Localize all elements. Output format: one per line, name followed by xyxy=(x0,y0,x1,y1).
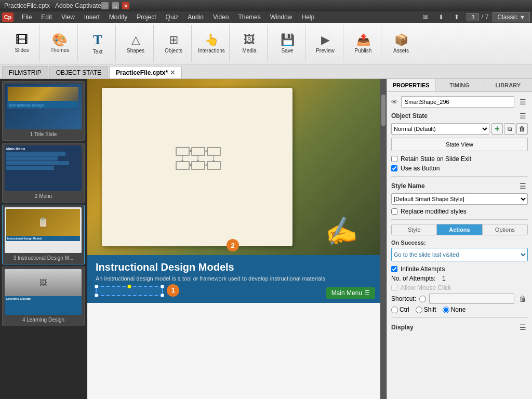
eye-icon[interactable]: 👁 xyxy=(391,98,398,106)
filmstrip-panel: Instructional Design 1 Title Slide Main … xyxy=(0,79,87,399)
style-tab-style[interactable]: Style xyxy=(392,224,437,235)
canvas-scrollbar-vertical[interactable] xyxy=(380,79,387,399)
properties-panel: PROPERTIES TIMING LIBRARY 👁 ☰ Object Sta… xyxy=(387,79,532,399)
save-button[interactable]: 💾 Save xyxy=(274,30,301,57)
menu-modify[interactable]: Modify xyxy=(105,12,131,22)
style-tab-actions[interactable]: Actions xyxy=(437,224,482,235)
svg-rect-5 xyxy=(207,162,220,169)
selected-object[interactable] xyxy=(96,286,163,296)
publish-button[interactable]: 📤 Publish xyxy=(350,30,377,57)
slide-subtitle: An instructional design model is a tool … xyxy=(96,275,372,282)
state-dropdown[interactable]: Normal (Default) xyxy=(391,123,489,135)
menu-file[interactable]: File xyxy=(18,12,36,22)
style-tab-options[interactable]: Options xyxy=(483,224,527,235)
media-button[interactable]: 🖼 Media xyxy=(236,30,263,57)
shortcut-radio[interactable] xyxy=(419,296,426,302)
toolbar-group-preview: ▶ Preview xyxy=(308,25,343,62)
mode-dropdown[interactable]: Classic ▼ xyxy=(493,12,530,22)
menu-icon-up[interactable]: ⬆ xyxy=(451,12,462,22)
app-logo: Cp xyxy=(2,12,14,22)
assets-button[interactable]: 📦 Assets xyxy=(388,30,415,57)
menu-icon-email[interactable]: ✉ xyxy=(420,12,431,22)
panel-tab-properties[interactable]: PROPERTIES xyxy=(387,79,435,91)
minimize-button[interactable]: ─ xyxy=(101,2,109,9)
filmstrip-slide-3[interactable]: 📋 Instructional Design Models 3 Instruct… xyxy=(2,205,85,264)
slide-flowchart-icon xyxy=(171,143,223,191)
duplicate-state-button[interactable]: ⧉ xyxy=(504,123,515,135)
preview-button[interactable]: ▶ Preview xyxy=(312,30,339,57)
menu-window[interactable]: Window xyxy=(266,12,297,22)
shortcut-row: Shortcut: 🗑 xyxy=(391,294,528,304)
preview-label: Preview xyxy=(316,48,335,54)
filmstrip-slide-2[interactable]: Main Menu 2 Menu xyxy=(2,143,85,203)
panel-tab-library[interactable]: LIBRARY xyxy=(484,79,532,91)
menu-help[interactable]: Help xyxy=(297,12,318,22)
menu-themes[interactable]: Themes xyxy=(234,12,264,22)
themes-button[interactable]: 🎨 Themes xyxy=(46,30,73,57)
add-state-button[interactable]: + xyxy=(491,123,503,135)
panel-content: 👁 ☰ Object State ☰ Normal (Default) + ⧉ … xyxy=(387,92,532,399)
more-options-button[interactable]: ☰ xyxy=(517,97,528,107)
shortcut-label: Shortcut: xyxy=(391,295,416,302)
media-icon: 🖼 xyxy=(244,33,255,47)
ctrl-radio[interactable] xyxy=(391,307,398,313)
style-options-button[interactable]: ☰ xyxy=(517,181,528,191)
shift-radio[interactable] xyxy=(416,307,422,313)
menu-view[interactable]: View xyxy=(57,12,79,22)
delete-state-button[interactable]: 🗑 xyxy=(516,123,528,135)
shortcut-delete-button[interactable]: 🗑 xyxy=(517,294,528,304)
object-state-options[interactable]: ☰ xyxy=(517,111,528,121)
filmstrip-slide-4[interactable]: 🖼 Learning Design 4 Learning Design xyxy=(2,267,85,326)
on-success-dropdown[interactable]: Go to the slide last visited Go to next … xyxy=(391,248,528,261)
page-number-input[interactable] xyxy=(467,13,479,21)
toolbar-group-slides: 🎞 Slides xyxy=(4,25,40,62)
object-name-input[interactable] xyxy=(401,96,514,108)
close-button[interactable]: ✕ xyxy=(122,2,129,9)
interactions-button[interactable]: 👆 Interactions xyxy=(198,30,225,57)
infinite-attempts-checkbox[interactable] xyxy=(391,266,397,272)
text-label: Text xyxy=(93,49,102,55)
panel-tab-timing[interactable]: TIMING xyxy=(435,79,484,91)
save-label: Save xyxy=(282,48,294,54)
style-dropdown[interactable]: [Default Smart Shape Style] xyxy=(391,193,528,205)
state-view-button[interactable]: State View xyxy=(391,138,528,151)
hamburger-icon: ☰ xyxy=(364,289,370,297)
objects-button[interactable]: ⊞ Objects xyxy=(160,30,187,57)
objects-icon: ⊞ xyxy=(169,33,178,47)
tab-strip: FILMSTRIP OBJECT STATE PracticeFile.cptx… xyxy=(0,64,532,79)
replace-modified-checkbox[interactable] xyxy=(391,208,397,215)
use-as-button-row: Use as Button xyxy=(391,165,528,172)
tab-filmstrip[interactable]: FILMSTRIP xyxy=(2,66,48,78)
maximize-button[interactable]: □ xyxy=(112,2,119,9)
menu-insert[interactable]: Insert xyxy=(80,12,104,22)
menu-quiz[interactable]: Quiz xyxy=(162,12,183,22)
tab-close-icon[interactable]: ✕ xyxy=(170,69,175,76)
slides-button[interactable]: 🎞 Slides xyxy=(8,30,35,57)
svg-rect-0 xyxy=(176,148,189,155)
use-as-button-checkbox[interactable] xyxy=(391,165,397,171)
none-radio[interactable] xyxy=(443,307,449,313)
toolbar-group-media: 🖼 Media xyxy=(232,25,268,62)
main-menu-button[interactable]: Main Menu ☰ xyxy=(326,287,375,299)
slide-2-label: 2 Menu xyxy=(5,192,82,200)
media-label: Media xyxy=(242,48,256,54)
window-controls[interactable]: ─ □ ✕ xyxy=(101,2,129,9)
menu-video[interactable]: Video xyxy=(209,12,233,22)
shortcut-input[interactable] xyxy=(429,294,514,304)
filmstrip-slide-1[interactable]: Instructional Design 1 Title Slide xyxy=(2,81,85,141)
shapes-button[interactable]: △ Shapes xyxy=(122,30,149,57)
menu-icon-down[interactable]: ⬇ xyxy=(435,12,447,22)
replace-modified-label: Replace modified styles xyxy=(401,208,467,215)
use-as-button-label: Use as Button xyxy=(401,165,440,172)
retain-state-checkbox[interactable] xyxy=(391,156,397,162)
panel-tab-strip: PROPERTIES TIMING LIBRARY xyxy=(387,79,532,92)
allow-mouse-checkbox[interactable] xyxy=(391,285,397,291)
menu-project[interactable]: Project xyxy=(132,12,160,22)
menu-audio[interactable]: Audio xyxy=(183,12,208,22)
menu-edit[interactable]: Edit xyxy=(37,12,56,22)
tab-file[interactable]: PracticeFile.cptx* ✕ xyxy=(109,66,182,78)
display-options-button[interactable]: ☰ xyxy=(517,322,528,332)
tab-object-state[interactable]: OBJECT STATE xyxy=(49,66,108,78)
publish-icon: 📤 xyxy=(356,33,370,47)
text-button[interactable]: T Text xyxy=(84,30,111,57)
